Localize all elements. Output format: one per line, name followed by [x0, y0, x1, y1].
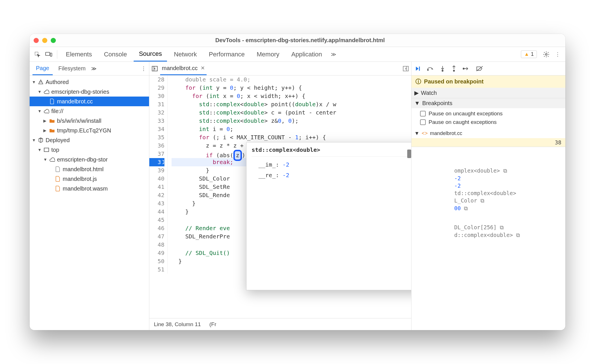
breakpoint-line[interactable]: 38 — [411, 138, 565, 147]
warning-badge[interactable]: ▲ 1 — [521, 50, 537, 58]
device-icon[interactable] — [44, 50, 54, 59]
step-icon[interactable] — [463, 66, 470, 71]
chevron-down-icon: ▼ — [414, 130, 419, 136]
step-into-icon[interactable] — [440, 66, 445, 72]
paused-banner: ⓘ Paused on breakpoint — [411, 75, 565, 88]
nav-kebab-icon[interactable]: ⋮ — [141, 66, 146, 72]
tree-authored[interactable]: ▼Authored — [30, 77, 149, 87]
navtab-filesystem[interactable]: Filesystem — [55, 62, 89, 75]
traffic-lights — [34, 38, 56, 43]
tab-console[interactable]: Console — [99, 47, 132, 62]
tab-network[interactable]: Network — [169, 47, 202, 62]
svg-point-13 — [442, 70, 443, 71]
deactivate-breakpoints-icon[interactable] — [476, 66, 483, 71]
editor-statusbar: Line 38, Column 11 (Fr — [149, 318, 411, 330]
main-split: Page Filesystem ≫ ⋮ ▼Authored ▼emscripte… — [30, 62, 565, 330]
tooltip-row: __re_: -2 — [252, 170, 411, 181]
maximize-window-button[interactable] — [51, 38, 56, 43]
tooltip-row: __im_: -2 — [252, 159, 411, 170]
tree-folder-2[interactable]: ▶tmp/tmp.ELcTq2YGN — [30, 126, 149, 135]
more-navtabs-icon[interactable]: ≫ — [91, 66, 97, 72]
run-snippet-icon[interactable] — [403, 66, 409, 72]
info-icon: ⓘ — [415, 78, 421, 85]
navigator-panel: Page Filesystem ≫ ⋮ ▼Authored ▼emscripte… — [30, 62, 149, 330]
tab-sources[interactable]: Sources — [134, 47, 167, 62]
tree-file-mandelbrot-cc[interactable]: mandelbrot.cc — [30, 97, 149, 106]
svg-rect-1 — [46, 52, 50, 55]
file-tree: ▼Authored ▼emscripten-dbg-stories mandel… — [30, 75, 149, 195]
pause-uncaught-checkbox[interactable]: Pause on uncaught exceptions — [420, 109, 563, 118]
file-tabs: mandelbrot.cc ✕ — [149, 62, 411, 75]
svg-point-17 — [463, 68, 464, 69]
more-tabs-icon[interactable]: ≫ — [329, 50, 339, 59]
tree-file-html[interactable]: mandelbrot.html — [30, 164, 149, 174]
pause-caught-checkbox[interactable]: Pause on caught exceptions — [420, 118, 563, 126]
svg-rect-5 — [44, 148, 49, 152]
step-over-icon[interactable] — [427, 66, 434, 71]
settings-icon[interactable] — [541, 50, 551, 59]
debugger-panel: ⓘ Paused on breakpoint ▶Watch ▼Breakpoin… — [411, 62, 565, 330]
close-tab-icon[interactable]: ✕ — [201, 65, 205, 71]
line-gutter[interactable]: 2829303132333435363738394041424344454647… — [149, 75, 168, 274]
tree-file-wasm[interactable]: mandelbrot.wasm — [30, 184, 149, 193]
tree-site-2[interactable]: ▼emscripten-dbg-stor — [30, 155, 149, 164]
tree-top[interactable]: ▼top — [30, 145, 149, 155]
tooltip-title: std::complex<double> — [252, 146, 411, 157]
hover-tooltip: std::complex<double> __im_: -2 __re_: -2 — [246, 142, 411, 290]
close-window-button[interactable] — [34, 38, 39, 43]
tree-folder-1[interactable]: ▶b/s/w/ir/x/w/install — [30, 116, 149, 126]
svg-marker-4 — [39, 80, 43, 84]
tree-file-scheme[interactable]: ▼file:// — [30, 106, 149, 116]
tab-application[interactable]: Application — [286, 47, 327, 62]
minimize-window-button[interactable] — [42, 38, 47, 43]
filetab-mandelbrot-cc[interactable]: mandelbrot.cc ✕ — [160, 62, 207, 75]
titlebar: DevTools - emscripten-dbg-stories.netlif… — [30, 34, 565, 47]
toggle-nav-icon[interactable] — [152, 66, 158, 72]
breakpoint-file[interactable]: ▼<>mandelbrot.cc — [411, 129, 565, 138]
svg-rect-10 — [419, 66, 420, 71]
debugger-toolbar — [411, 62, 565, 75]
step-out-icon[interactable] — [451, 66, 457, 72]
devtools-window: DevTools - emscripten-dbg-stories.netlif… — [30, 34, 565, 330]
section-scope: omplex<double> ⧉ -2 -2 td::complex<doubl… — [411, 147, 565, 330]
resume-icon[interactable] — [414, 66, 421, 72]
svg-rect-2 — [50, 53, 52, 56]
tab-elements[interactable]: Elements — [61, 47, 97, 62]
chevron-down-icon: ▼ — [414, 100, 420, 107]
section-watch[interactable]: ▶Watch — [411, 88, 565, 98]
warning-icon: ▲ — [524, 51, 529, 57]
tree-deployed[interactable]: ▼Deployed — [30, 135, 149, 145]
scroll-marker — [407, 150, 411, 158]
top-tabs: Elements Console Sources Network Perform… — [30, 47, 565, 62]
kebab-icon[interactable]: ⋮ — [553, 50, 563, 59]
chevron-right-icon: ▶ — [414, 89, 419, 96]
source-icon: <> — [422, 130, 428, 136]
editor-panel: mandelbrot.cc ✕ 282930313233343536373839… — [149, 62, 411, 330]
tree-file-js[interactable]: mandelbrot.js — [30, 174, 149, 184]
navigator-tabs: Page Filesystem ≫ ⋮ — [30, 62, 149, 75]
status-extra: (Fr — [209, 321, 216, 328]
cursor-position: Line 38, Column 11 — [154, 321, 201, 328]
tab-memory[interactable]: Memory — [252, 47, 284, 62]
svg-point-3 — [545, 54, 547, 55]
svg-point-11 — [427, 69, 429, 70]
navtab-page[interactable]: Page — [32, 62, 53, 75]
hover-target-z[interactable]: z — [233, 150, 242, 161]
tab-performance[interactable]: Performance — [204, 47, 250, 62]
section-breakpoints: ▼Breakpoints Pause on uncaught exception… — [411, 98, 565, 147]
svg-point-15 — [453, 70, 455, 71]
code-editor[interactable]: 2829303132333435363738394041424344454647… — [149, 75, 411, 318]
window-title: DevTools - emscripten-dbg-stories.netlif… — [56, 37, 544, 44]
tree-site[interactable]: ▼emscripten-dbg-stories — [30, 87, 149, 97]
inspect-icon[interactable] — [32, 50, 42, 59]
